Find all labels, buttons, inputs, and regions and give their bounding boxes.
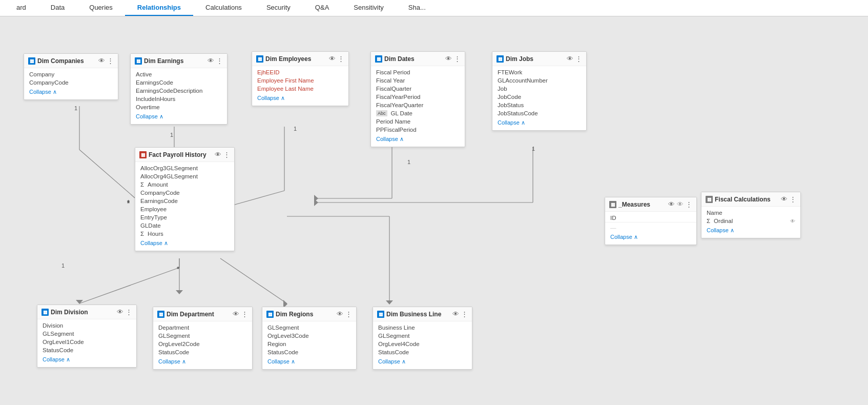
field-empfirstname: Employee First Name [252,76,348,85]
field-allocorg4: AllocOrg4GLSegment [135,172,234,180]
more-icon[interactable]: ⋮ [126,308,132,316]
dim-businessline-title: Dim Business Line [386,311,450,318]
dim-regions-collapse[interactable]: Collapse ∧ [262,356,356,367]
nav-item-qa[interactable]: Q&A [303,0,341,16]
dim-companies-collapse[interactable]: Collapse ∧ [24,87,118,97]
dim-regions-body: GLSegment OrgLevel3Code Region StatusCod… [262,321,356,369]
eye-icon[interactable]: 👁 [117,308,123,316]
dim-division-collapse[interactable]: Collapse ∧ [37,354,136,365]
dim-businessline-collapse[interactable]: Collapse ∧ [373,356,472,367]
svg-marker-14 [314,199,318,206]
dim-companies-card: ▦ Dim Companies 👁 ⋮ Company CompanyCode … [24,53,118,100]
dim-division-icon: ▦ [42,309,49,316]
eye-icon[interactable]: 👁 [329,55,336,63]
field-orglevel1: OrgLevel1Code [37,338,136,346]
field-job: Job [492,85,586,93]
fact-payroll-actions[interactable]: 👁 ⋮ [215,151,230,158]
eye-slash-icon[interactable]: 👁 [677,200,684,208]
eye-icon[interactable]: 👁 [208,57,214,65]
dim-jobs-collapse[interactable]: Collapse ∧ [492,117,586,128]
dim-earnings-collapse[interactable]: Collapse ∧ [131,111,227,122]
fact-payroll-icon: ▦ [139,151,147,158]
fact-payroll-collapse[interactable]: Collapse ∧ [135,238,234,249]
dim-department-actions[interactable]: 👁 ⋮ [233,310,248,318]
dim-division-actions[interactable]: 👁 ⋮ [117,308,132,316]
more-icon[interactable]: ⋮ [686,200,692,208]
dim-jobs-actions[interactable]: 👁 ⋮ [567,55,582,63]
field-orglevel2: OrgLevel2Code [153,340,252,348]
fiscal-calc-collapse[interactable]: Collapse ∧ [701,225,800,236]
dim-employees-collapse[interactable]: Collapse ∧ [252,93,348,104]
field-ejheeid: EjhEEID [252,68,348,76]
field-fiscalyearquarter: FiscalYearQuarter [371,101,465,109]
svg-marker-17 [76,300,83,304]
field-fiscalperiod: Fiscal Period [371,68,465,76]
more-icon[interactable]: ⋮ [223,151,230,158]
field-fiscalyear: Fiscal Year [371,76,465,85]
more-icon[interactable]: ⋮ [575,55,582,63]
field-gldate2: GLDate [135,221,234,230]
nav-item-ard[interactable]: ard [4,0,38,16]
dim-regions-card: ▦ Dim Regions 👁 ⋮ GLSegment OrgLevel3Cod… [262,307,357,370]
field-statuscode-reg: StatusCode [262,348,356,356]
nav-item-data[interactable]: Data [38,0,77,16]
rel-marker-2: 1 [170,132,173,138]
nav-item-relationships[interactable]: Relationships [125,0,193,16]
fact-payroll-body: AllocOrg3GLSegment AllocOrg4GLSegment ΣA… [135,162,234,251]
dim-earnings-card: ▦ Dim Earnings 👁 ⋮ Active EarningsCode E… [130,53,228,125]
fiscal-calc-actions[interactable]: 👁 ⋮ [781,195,796,203]
dim-employees-actions[interactable]: 👁 ⋮ [329,55,344,63]
eye-icon[interactable]: 👁 [445,55,452,63]
nav-item-share[interactable]: Sha... [396,0,438,16]
fiscal-calculations-card: ▦ Fiscal Calculations 👁 ⋮ Name ΣOrdinal … [701,192,801,238]
more-icon[interactable]: ⋮ [454,55,461,63]
fact-payroll-card: ▦ Fact Payroll History 👁 ⋮ AllocOrg3GLSe… [135,147,235,251]
dim-dates-actions[interactable]: 👁 ⋮ [445,55,461,63]
measures-collapse[interactable]: Collapse ∧ [605,232,696,242]
dim-department-collapse[interactable]: Collapse ∧ [153,356,252,367]
dim-employees-header: ▦ Dim Employees 👁 ⋮ [252,52,348,66]
dim-dates-collapse[interactable]: Collapse ∧ [371,134,465,145]
nav-item-security[interactable]: Security [254,0,303,16]
dim-businessline-icon: ▦ [377,311,384,318]
field-companycode: CompanyCode [24,78,118,87]
dim-regions-actions[interactable]: 👁 ⋮ [337,310,352,318]
eye-icon[interactable]: 👁 [337,310,343,318]
measures-title: _Measures [618,201,666,208]
more-icon[interactable]: ⋮ [790,195,796,203]
field-companycode2: CompanyCode [135,189,234,197]
dim-earnings-actions[interactable]: 👁 ⋮ [208,57,223,65]
nav-item-calculations[interactable]: Calculations [193,0,254,16]
eye-icon[interactable]: 👁 [98,57,105,65]
rel-marker-star5: * [127,199,130,207]
field-jobstatus: JobStatus [492,101,586,109]
dim-businessline-actions[interactable]: 👁 ⋮ [452,310,468,318]
nav-item-sensitivity[interactable]: Sensitivity [341,0,396,16]
dim-division-card: ▦ Dim Division 👁 ⋮ Division GLSegment Or… [37,305,137,368]
dim-jobs-card: ▦ Dim Jobs 👁 ⋮ FTEWork GLAccountNumber J… [492,51,587,131]
rel-marker-6: 1 [61,262,65,269]
eye-icon[interactable]: 👁 [215,151,221,158]
more-icon[interactable]: ⋮ [338,55,344,63]
eye-icon[interactable]: 👁 [233,310,239,318]
nav-item-queries[interactable]: Queries [77,0,125,16]
field-includeinhours: IncludeInHours [131,95,227,103]
more-icon[interactable]: ⋮ [461,310,468,318]
field-entrytype: EntryType [135,213,234,221]
eye-icon[interactable]: 👁 [668,200,675,208]
eye-icon[interactable]: 👁 [781,195,788,203]
more-icon[interactable]: ⋮ [107,57,114,65]
field-fiscalquarter: FiscalQuarter [371,85,465,93]
dim-department-title: Dim Department [167,311,231,318]
more-icon[interactable]: ⋮ [216,57,223,65]
dim-jobs-body: FTEWork GLAccountNumber Job JobCode JobS… [492,66,586,130]
dim-companies-actions[interactable]: 👁 ⋮ [98,57,114,65]
measures-actions[interactable]: 👁 👁 ⋮ [668,200,692,208]
dim-companies-title: Dim Companies [37,57,96,65]
eye-icon[interactable]: 👁 [567,55,573,63]
field-active: Active [131,70,227,78]
more-icon[interactable]: ⋮ [241,310,248,318]
eye-icon[interactable]: 👁 [452,310,459,318]
more-icon[interactable]: ⋮ [345,310,352,318]
field-glsegment-reg: GLSegment [262,323,356,332]
